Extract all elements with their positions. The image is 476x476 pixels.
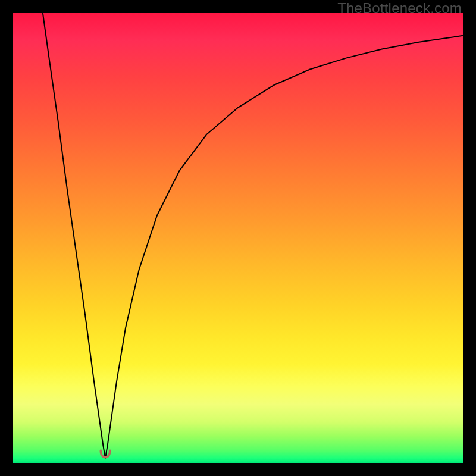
chart-frame: TheBottleneck.com [0, 0, 476, 476]
curve-svg [13, 13, 463, 463]
plot-area [13, 13, 463, 463]
bottleneck-curve-right [105, 36, 463, 459]
bottleneck-curve-left [43, 13, 105, 458]
